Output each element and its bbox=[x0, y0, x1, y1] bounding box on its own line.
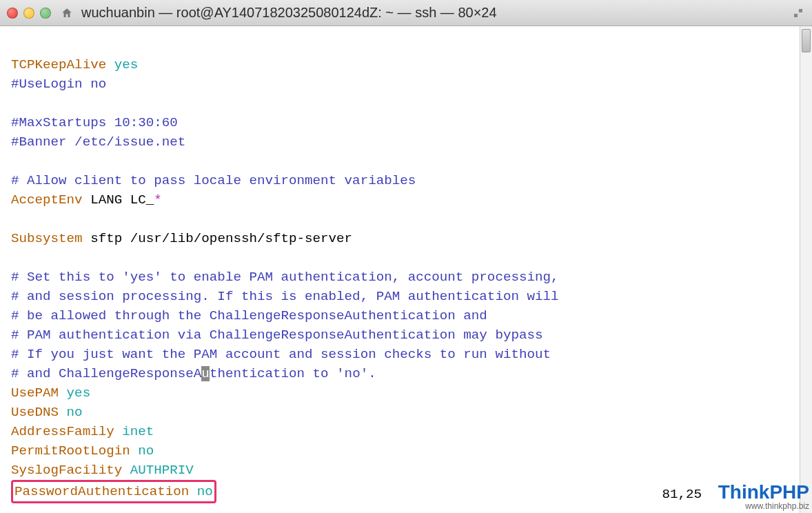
comment-line: #UseLogin no bbox=[11, 77, 106, 92]
config-value: sftp /usr/lib/openssh/sftp-server bbox=[83, 231, 353, 246]
comment-line: # and ChallengeResponseAuthentication to… bbox=[11, 366, 376, 381]
cursor: u bbox=[201, 366, 210, 381]
config-value: yes bbox=[106, 57, 138, 72]
close-icon[interactable] bbox=[7, 8, 18, 19]
config-key: UseDNS bbox=[11, 405, 59, 420]
config-key: TCPKeepAlive bbox=[11, 57, 106, 72]
config-key: Subsystem bbox=[11, 231, 83, 246]
scrollbar-thumb[interactable] bbox=[802, 29, 811, 52]
comment-line: # and session processing. If this is ena… bbox=[11, 289, 559, 304]
scrollbar[interactable] bbox=[800, 26, 812, 513]
config-key: AddressFamily bbox=[11, 424, 114, 439]
config-value: LANG LC_ bbox=[83, 192, 154, 208]
comment-line: # PAM authentication via ChallengeRespon… bbox=[11, 328, 542, 343]
maximize-icon[interactable] bbox=[791, 6, 805, 20]
vim-position: 81,25 bbox=[662, 487, 702, 502]
comment-line: # Set this to 'yes' to enable PAM authen… bbox=[11, 270, 559, 285]
config-value: AUTHPRIV bbox=[122, 463, 194, 478]
config-key: SyslogFacility bbox=[11, 463, 122, 478]
zoom-icon[interactable] bbox=[40, 8, 51, 19]
config-key: PasswordAuthentication bbox=[14, 484, 189, 499]
watermark: ThinkPHP www.thinkphp.biz bbox=[718, 483, 809, 510]
config-value: no bbox=[189, 484, 213, 499]
config-value: no bbox=[130, 443, 154, 459]
terminal-content[interactable]: TCPKeepAlive yes #UseLogin no #MaxStartu… bbox=[0, 26, 812, 510]
config-value: yes bbox=[59, 385, 90, 401]
highlighted-line: PasswordAuthentication no bbox=[11, 480, 216, 503]
comment-line: # be allowed through the ChallengeRespon… bbox=[11, 308, 487, 323]
minimize-icon[interactable] bbox=[23, 8, 34, 19]
comment-line: # If you just want the PAM account and s… bbox=[11, 347, 551, 362]
window-title: wuchuanbin — root@AY14071820325080124dZ:… bbox=[81, 5, 497, 21]
config-key: PermitRootLogin bbox=[11, 443, 130, 459]
titlebar: wuchuanbin — root@AY14071820325080124dZ:… bbox=[0, 0, 812, 26]
config-key: UsePAM bbox=[11, 385, 59, 401]
glob-star: * bbox=[154, 192, 162, 208]
comment-line: #MaxStartups 10:30:60 bbox=[11, 115, 178, 130]
comment-line: #Banner /etc/issue.net bbox=[11, 134, 185, 150]
config-value: inet bbox=[114, 424, 154, 439]
home-icon bbox=[61, 7, 73, 19]
config-key: AcceptEnv bbox=[11, 192, 83, 208]
comment-line: # Allow client to pass locale environmen… bbox=[11, 173, 416, 188]
config-value: no bbox=[59, 405, 83, 420]
